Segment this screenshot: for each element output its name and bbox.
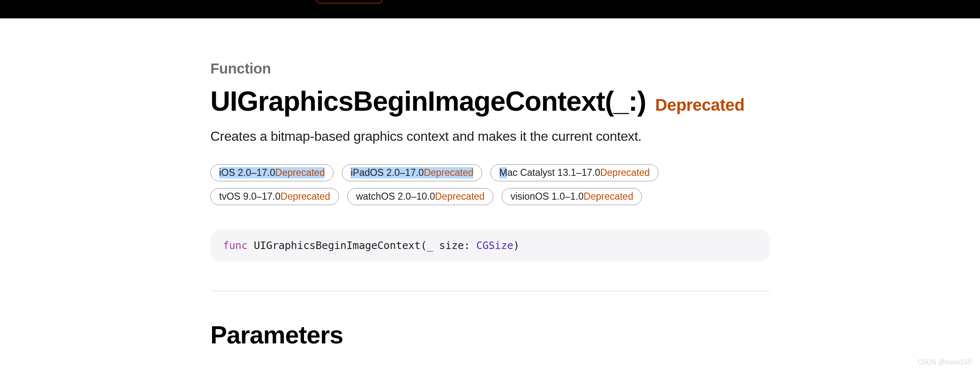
page-title: UIGraphicsBeginImageContext(_:) [210, 85, 646, 117]
availability-pills: iOS 2.0–17.0 Deprecated iPadOS 2.0–17.0 … [210, 164, 770, 205]
top-bar [0, 0, 980, 18]
declaration-code: func UIGraphicsBeginImageContext(_ size:… [210, 229, 770, 262]
availability-pill: visionOS 1.0–1.0 Deprecated [502, 188, 642, 205]
section-divider [210, 291, 770, 291]
eyebrow-label: Function [210, 60, 770, 77]
description: Creates a bitmap-based graphics context … [210, 129, 770, 144]
code-keyword: func [223, 239, 248, 252]
title-row: UIGraphicsBeginImageContext(_:) Deprecat… [210, 85, 770, 117]
availability-pill: iOS 2.0–17.0 Deprecated [210, 164, 333, 181]
top-bar-outline [316, 0, 382, 3]
availability-pill: Mac Catalyst 13.1–17.0 Deprecated [490, 164, 659, 181]
code-tail: ) [513, 239, 520, 252]
parameters-heading: Parameters [210, 320, 770, 349]
content-area: Function UIGraphicsBeginImageContext(_:)… [102, 18, 878, 349]
availability-pill: tvOS 9.0–17.0 Deprecated [210, 188, 339, 205]
availability-pill: watchOS 2.0–10.0 Deprecated [347, 188, 493, 205]
code-type: CGSize [476, 239, 513, 252]
code-name: UIGraphicsBeginImageContext(_ size: [248, 239, 476, 252]
availability-pill: iPadOS 2.0–17.0 Deprecated [342, 164, 482, 181]
deprecated-badge: Deprecated [655, 96, 745, 114]
